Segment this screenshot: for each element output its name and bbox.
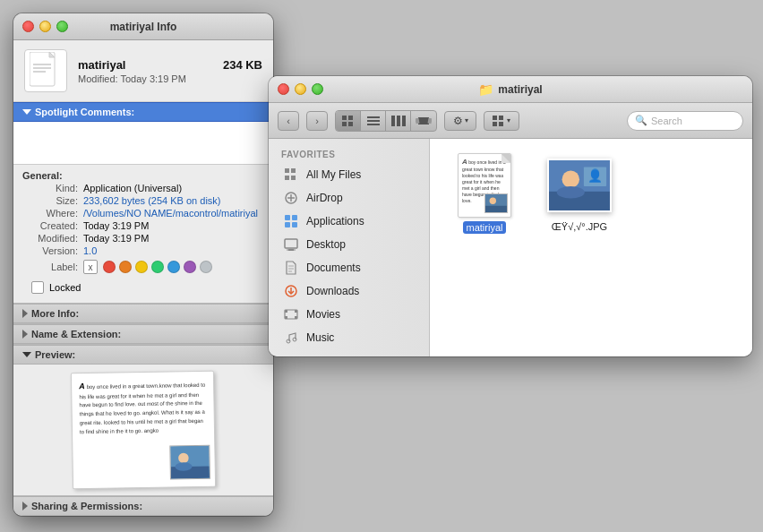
- search-box[interactable]: 🔍 Search: [627, 111, 743, 131]
- color-dot-gray[interactable]: [200, 261, 212, 273]
- svg-point-56: [562, 170, 579, 187]
- applications-icon: [283, 213, 299, 229]
- preview-header[interactable]: Preview:: [13, 345, 273, 365]
- locked-row: Locked: [22, 281, 264, 294]
- close-button[interactable]: [22, 21, 34, 32]
- name-ext-triangle: [22, 330, 28, 339]
- finder-main-content: A boy once lived in a great town know th…: [430, 139, 752, 356]
- minimize-button[interactable]: [39, 21, 51, 32]
- kind-row: Kind: Application (Universal): [22, 183, 264, 193]
- embedded-photo-icon: [485, 193, 507, 213]
- file-info: matiriyal 234 KB Modified: Today 3:19 PM: [78, 58, 262, 84]
- finder-title: 📁 matiriyal: [478, 82, 542, 97]
- gear-dropdown-arrow: ▾: [465, 116, 468, 124]
- icon-view-button[interactable]: [336, 111, 361, 131]
- documents-icon: [283, 260, 299, 276]
- sidebar-item-desktop[interactable]: Desktop: [272, 233, 425, 256]
- finder-sidebar: FAVORITES All My Files AirDrop Applicati…: [269, 139, 430, 356]
- preview-text: A boy once lived in a great town.know th…: [72, 372, 214, 443]
- created-label: Created:: [22, 220, 83, 231]
- finder-maximize-button[interactable]: [312, 83, 323, 95]
- more-info-triangle: [22, 309, 28, 318]
- color-dot-blue[interactable]: [167, 261, 180, 273]
- sharing-permissions-label: Sharing & Permissions:: [31, 501, 142, 511]
- finder-minimize-button[interactable]: [295, 83, 306, 95]
- spotlight-label: Spotlight Comments:: [35, 107, 134, 117]
- spotlight-section-header[interactable]: Spotlight Comments:: [13, 102, 273, 122]
- svg-rect-23: [499, 116, 503, 120]
- downloads-label: Downloads: [306, 285, 359, 297]
- modified-row: Modified: Today 3:19 PM: [22, 233, 264, 244]
- svg-rect-26: [285, 168, 289, 173]
- more-info-label: More Info:: [31, 308, 79, 319]
- svg-rect-24: [493, 122, 497, 126]
- color-dot-purple[interactable]: [184, 261, 196, 273]
- coverflow-view-button[interactable]: [411, 111, 436, 131]
- svg-rect-11: [342, 122, 347, 126]
- sharing-triangle: [22, 502, 28, 511]
- color-dot-yellow[interactable]: [135, 261, 148, 273]
- sidebar-item-all-my-files[interactable]: All My Files: [272, 163, 425, 186]
- svg-rect-18: [402, 116, 406, 126]
- svg-rect-17: [397, 116, 400, 126]
- sidebar-item-movies[interactable]: Movies: [272, 303, 425, 326]
- sidebar-item-documents[interactable]: Documents: [272, 256, 425, 279]
- finder-close-button[interactable]: [278, 83, 289, 95]
- file-name: matiriyal: [78, 58, 125, 72]
- view-buttons: [335, 110, 437, 132]
- where-label: Where:: [22, 208, 83, 219]
- sharing-permissions-header[interactable]: Sharing & Permissions:: [13, 496, 273, 516]
- spotlight-text-area[interactable]: [13, 122, 273, 165]
- doc-thumbnail: A boy once lived in a great town know th…: [458, 153, 511, 218]
- general-label: General:: [22, 170, 63, 181]
- size-value: 233,602 bytes (254 KB on disk): [83, 195, 220, 206]
- file-thumb-special-jpg: 👤: [547, 153, 612, 218]
- svg-rect-46: [285, 310, 287, 313]
- desktop-label: Desktop: [306, 238, 346, 251]
- where-row: Where: /Volumes/NO NAME/macontrol/matiri…: [22, 208, 264, 219]
- gear-button[interactable]: ⚙ ▾: [444, 111, 476, 131]
- movies-label: Movies: [306, 308, 340, 321]
- info-window: matiriyal Info matiriyal 234 KB Modified…: [13, 13, 273, 516]
- column-view-button[interactable]: [386, 111, 411, 131]
- gear-icon: ⚙: [453, 115, 463, 127]
- label-label: Label:: [22, 262, 83, 272]
- color-dot-red[interactable]: [103, 261, 116, 273]
- sidebar-item-applications[interactable]: Applications: [272, 210, 425, 233]
- applications-label: Applications: [306, 215, 364, 227]
- search-icon: 🔍: [635, 115, 647, 126]
- svg-rect-34: [292, 215, 297, 220]
- color-dot-green[interactable]: [151, 261, 164, 273]
- forward-button[interactable]: ›: [306, 111, 328, 131]
- svg-rect-35: [285, 222, 290, 227]
- svg-rect-19: [418, 117, 429, 124]
- preview-triangle: [22, 352, 31, 357]
- sharing-permissions-section: Sharing & Permissions:: [13, 495, 273, 516]
- svg-rect-49: [295, 316, 297, 319]
- kind-value: Application (Universal): [83, 183, 182, 193]
- name-extension-section: Name & Extension:: [13, 323, 273, 344]
- sidebar-item-airdrop[interactable]: AirDrop: [272, 186, 425, 210]
- file-item-matiriyal[interactable]: A boy once lived in a great town know th…: [444, 153, 525, 234]
- locked-checkbox[interactable]: [31, 281, 44, 294]
- kind-label: Kind:: [22, 183, 83, 193]
- version-label: Version:: [22, 245, 83, 256]
- back-button[interactable]: ‹: [278, 111, 299, 131]
- finder-folder-icon: 📁: [478, 82, 493, 97]
- label-section: Label: x: [22, 260, 264, 274]
- sidebar-item-music[interactable]: Music: [272, 326, 425, 349]
- label-x-button[interactable]: x: [83, 260, 98, 274]
- file-item-special-jpg[interactable]: 👤 ŒŸ√,√°.JPG: [539, 153, 620, 234]
- name-extension-header[interactable]: Name & Extension:: [13, 324, 273, 344]
- list-view-button[interactable]: [361, 111, 386, 131]
- color-dot-orange[interactable]: [119, 261, 132, 273]
- arrange-button[interactable]: ▾: [484, 111, 519, 131]
- sidebar-item-downloads[interactable]: Downloads: [272, 279, 425, 303]
- maximize-button[interactable]: [56, 21, 68, 32]
- created-row: Created: Today 3:19 PM: [22, 220, 264, 231]
- doc-corner: [502, 154, 510, 163]
- file-icon: [24, 49, 67, 92]
- version-value: 1.0: [83, 245, 97, 256]
- svg-rect-10: [348, 116, 353, 120]
- more-info-header[interactable]: More Info:: [13, 304, 273, 323]
